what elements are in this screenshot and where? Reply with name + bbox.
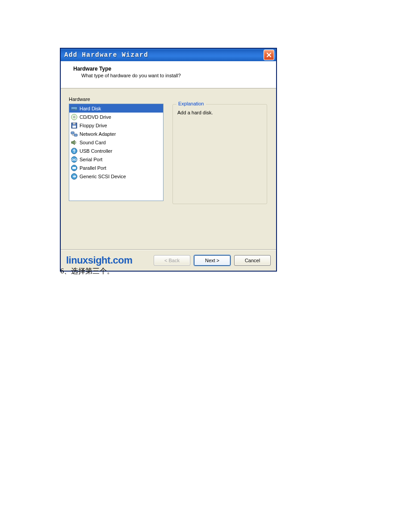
wizard-header: Hardware Type What type of hardware do y…	[61, 61, 276, 88]
svg-rect-9	[71, 132, 74, 134]
list-item-label: Generic SCSI Device	[80, 174, 126, 179]
hardware-item-parallel[interactable]: Parallel Port	[69, 163, 163, 172]
page-caption: 6、选择第三个。	[60, 267, 114, 276]
list-item-label: Serial Port	[80, 157, 102, 162]
add-hardware-wizard-dialog: Add Hardware Wizard Hardware Type What t…	[60, 48, 277, 271]
explanation-text: Add a hard disk.	[177, 110, 262, 115]
hardware-list[interactable]: Hard Disk CD/DVD Drive Floppy Drive	[69, 104, 164, 201]
wizard-body: Hardware Hard Disk CD/DVD Drive	[61, 88, 276, 271]
hardware-item-hard-disk[interactable]: Hard Disk	[69, 104, 163, 113]
svg-point-2	[75, 109, 76, 110]
next-button[interactable]: Next >	[194, 255, 231, 266]
svg-rect-7	[73, 123, 75, 125]
cancel-button[interactable]: Cancel	[234, 255, 271, 266]
hardware-item-sound[interactable]: Sound Card	[69, 138, 163, 147]
floppy-icon	[71, 122, 78, 129]
list-item-label: CD/DVD Drive	[80, 114, 111, 120]
list-item-label: Sound Card	[80, 140, 106, 145]
hardware-item-network[interactable]: Network Adapter	[69, 130, 163, 138]
serial-icon: OIO	[71, 156, 78, 163]
watermark-text: linuxsight.com	[66, 255, 132, 266]
sound-icon	[71, 139, 78, 146]
close-button[interactable]	[264, 50, 274, 60]
network-icon	[71, 130, 78, 138]
svg-rect-8	[72, 126, 76, 128]
hdd-icon	[71, 105, 78, 112]
cd-icon	[71, 113, 78, 121]
list-item-label: Parallel Port	[80, 165, 106, 171]
list-item-label: Network Adapter	[80, 131, 116, 137]
svg-rect-10	[74, 134, 77, 136]
explanation-fieldset: Explanation Add a hard disk.	[172, 104, 267, 204]
parallel-icon	[71, 164, 78, 172]
hardware-item-cd-dvd[interactable]: CD/DVD Drive	[69, 113, 163, 121]
hardware-item-scsi[interactable]: Generic SCSI Device	[69, 172, 163, 180]
titlebar[interactable]: Add Hardware Wizard	[61, 49, 276, 61]
svg-point-12	[74, 149, 75, 150]
hardware-section-label: Hardware	[69, 96, 166, 102]
svg-point-5	[74, 117, 75, 117]
header-subtitle: What type of hardware do you want to ins…	[81, 73, 267, 78]
hardware-item-usb[interactable]: USB Controller	[69, 147, 163, 155]
list-item-label: Floppy Drive	[80, 123, 107, 128]
back-button: < Back	[154, 255, 190, 266]
hardware-item-serial[interactable]: OIO Serial Port	[69, 155, 163, 163]
window-title: Add Hardware Wizard	[64, 51, 148, 59]
usb-icon	[71, 147, 78, 155]
scsi-icon	[71, 173, 78, 180]
svg-rect-16	[72, 167, 76, 169]
list-item-label: USB Controller	[80, 148, 112, 154]
header-title: Hardware Type	[73, 66, 267, 72]
explanation-legend: Explanation	[176, 101, 206, 106]
hardware-item-floppy[interactable]: Floppy Drive	[69, 121, 163, 130]
list-item-label: Hard Disk	[80, 106, 101, 111]
close-icon	[266, 52, 272, 58]
svg-text:OIO: OIO	[71, 158, 77, 161]
